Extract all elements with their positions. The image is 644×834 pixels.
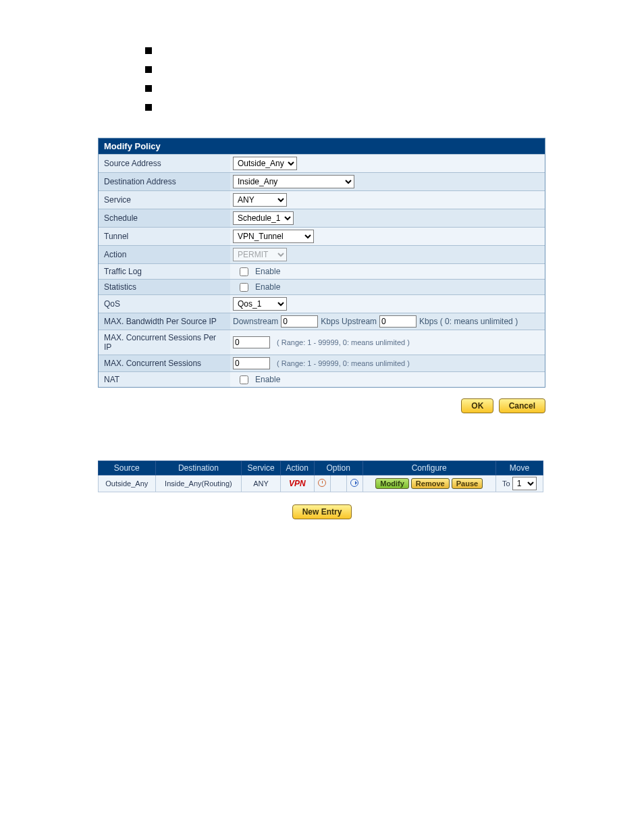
statistics-checkbox-label: Enable [255,282,280,292]
destination-address-select[interactable]: Inside_Any [233,175,354,188]
col-configure: Configure [363,461,495,475]
modify-policy-panel: Modify Policy Source Address Outside_Any… [98,138,545,388]
cancel-button[interactable]: Cancel [499,398,545,413]
move-to-label: To [502,479,510,488]
upstream-input[interactable] [379,315,417,328]
tunnel-label: Tunnel [99,228,230,245]
bullet-icon [145,85,152,92]
policy-table: Source Destination Service Action Option… [98,461,543,519]
max-sessions-per-ip-input[interactable] [233,336,270,348]
nat-checkbox-label: Enable [255,375,280,384]
col-service: Service [242,461,281,475]
vpn-icon: VPN [289,479,306,488]
service-select[interactable]: ANY [233,193,287,207]
clock-icon [317,479,327,488]
max-sessions-per-ip-hint: ( Range: 1 - 99999, 0: means unlimited ) [277,338,410,346]
max-sessions-input[interactable] [233,357,270,369]
downstream-input[interactable] [281,315,318,328]
panel-title: Modify Policy [99,138,545,154]
source-address-label: Source Address [99,155,230,172]
action-select: PERMIT [233,248,287,261]
max-sessions-label: MAX. Concurrent Sessions [99,355,230,371]
max-sessions-hint: ( Range: 1 - 99999, 0: means unlimited ) [277,359,410,367]
bullet-icon [145,47,152,54]
nat-label: NAT [99,372,230,387]
tunnel-select[interactable]: VPN_Tunnel [233,230,314,243]
bandwidth-hint: Kbps ( 0: means unlimited ) [419,317,518,326]
col-action: Action [280,461,314,475]
remove-button[interactable]: Remove [411,478,450,489]
refresh-icon [350,479,359,488]
new-entry-button[interactable]: New Entry [292,504,352,519]
col-move: Move [495,461,543,475]
cell-service: ANY [242,475,281,492]
modify-button[interactable]: Modify [375,478,408,489]
qos-label: QoS [99,295,230,313]
traffic-log-checkbox-label: Enable [255,267,280,276]
col-option: Option [314,461,363,475]
cell-destination: Inside_Any(Routing) [155,475,242,492]
col-source: Source [99,461,156,475]
downstream-label: Downstream [233,317,278,326]
schedule-label: Schedule [99,209,230,227]
destination-address-label: Destination Address [99,173,230,190]
table-row: Outside_Any Inside_Any(Routing) ANY VPN … [99,475,543,492]
schedule-select[interactable]: Schedule_1 [233,211,294,225]
source-address-select[interactable]: Outside_Any [233,157,297,170]
statistics-checkbox[interactable] [240,283,248,292]
statistics-label: Statistics [99,280,230,294]
ok-button[interactable]: OK [461,398,493,413]
max-bandwidth-label: MAX. Bandwidth Per Source IP [99,313,230,330]
col-destination: Destination [155,461,242,475]
nat-checkbox[interactable] [240,375,248,384]
cell-source: Outside_Any [99,475,156,492]
bullet-list [145,47,644,111]
service-label: Service [99,191,230,209]
qos-select[interactable]: Qos_1 [233,297,287,311]
traffic-log-checkbox[interactable] [240,267,248,276]
traffic-log-label: Traffic Log [99,264,230,279]
upstream-label: Kbps Upstream [321,317,377,326]
bullet-icon [145,66,152,73]
max-sessions-per-ip-label: MAX. Concurrent Sessions Per IP [99,330,230,355]
move-to-select[interactable]: 1 [512,477,537,490]
action-label: Action [99,246,230,263]
bullet-icon [145,104,152,111]
pause-button[interactable]: Pause [452,478,483,489]
